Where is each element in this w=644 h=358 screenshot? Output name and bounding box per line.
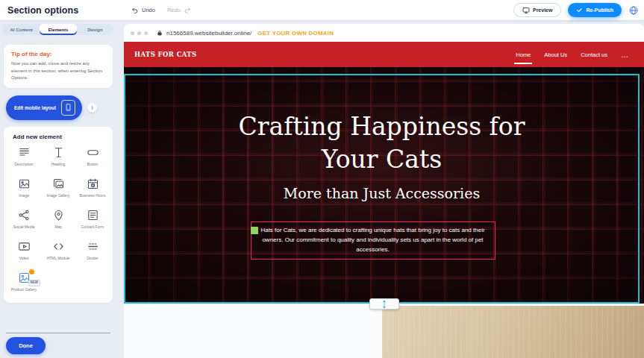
tab-ai-content[interactable]: AI Content <box>3 24 40 35</box>
video-icon <box>17 240 31 254</box>
redo-icon <box>184 7 191 14</box>
add-element-button[interactable]: Button <box>75 146 110 172</box>
window-dot <box>144 31 148 35</box>
add-element-image[interactable]: Image <box>7 178 41 203</box>
resize-arrows-icon <box>381 300 388 309</box>
redo-button[interactable]: Redo <box>167 7 191 14</box>
tip-title: Tip of the day: <box>11 51 105 57</box>
nav-item-about-us[interactable]: About Us <box>544 51 567 58</box>
add-element-map[interactable]: Map <box>41 209 75 234</box>
info-icon[interactable]: i <box>87 103 97 113</box>
social-media-icon <box>17 209 31 222</box>
site-nav: Home About Us Contact us … <box>516 51 629 59</box>
image-gallery-icon <box>51 178 65 191</box>
site-header[interactable]: HATS FOR CATS Home About Us Contact us … <box>124 42 644 67</box>
hero-paragraph-element[interactable]: Hats for Cats, we are dedicated to craft… <box>251 222 495 260</box>
element-label: Divider <box>87 256 99 261</box>
nav-item-home[interactable]: Home <box>516 51 531 58</box>
element-grid: Description Heading Button Image Image G… <box>7 146 110 297</box>
element-label: Image Gallery <box>46 193 69 198</box>
topbar: Section options Undo Redo Preview Re-Pub… <box>0 0 644 20</box>
html-module-icon <box>51 240 65 254</box>
tip-body: Now you can add, move and resize any ele… <box>11 60 105 82</box>
add-element-html-module[interactable]: HTML Module <box>41 240 75 266</box>
add-element-panel: Add new element Description Heading Butt… <box>4 127 113 303</box>
element-label: Product Gallery <box>11 287 37 292</box>
browser-bar: n1566589.websitebuilder.online/ GET YOUR… <box>124 24 644 42</box>
hero-section[interactable]: Crafting Happiness for Your Cats More th… <box>124 67 644 304</box>
element-label: Social Media <box>13 224 35 230</box>
element-label: HTML Module <box>46 256 69 261</box>
edit-mobile-row: Edit mobile layout i <box>6 95 116 120</box>
edit-mobile-label: Edit mobile layout <box>14 105 56 110</box>
nav-item-contact-us[interactable]: Contact us <box>581 51 607 58</box>
hero-subheading[interactable]: More than Just Accessories <box>124 185 640 201</box>
page-title: Section options <box>7 5 78 16</box>
nav-more-menu[interactable]: … <box>621 51 629 59</box>
element-label: Button <box>87 162 98 167</box>
section-photo <box>382 306 644 358</box>
add-element-description[interactable]: Description <box>7 146 41 172</box>
site-url: n1566589.websitebuilder.online/ <box>166 30 251 37</box>
window-dot <box>131 31 134 35</box>
topbar-actions: Preview Re-Publish <box>513 0 639 20</box>
new-badge-dot <box>29 269 34 274</box>
tip-card: Tip of the day: Now you can add, move an… <box>4 45 113 88</box>
preview-button[interactable]: Preview <box>513 3 561 17</box>
button-icon <box>86 146 99 160</box>
sidebar: AI Content Elements Design Tip of the da… <box>0 24 116 358</box>
add-element-social-media[interactable]: Social Media <box>7 209 41 234</box>
element-label: Image <box>19 193 29 198</box>
element-label: Contact Form <box>81 224 104 230</box>
site-logo[interactable]: HATS FOR CATS <box>134 51 197 58</box>
lock-icon <box>157 30 163 37</box>
hero-paragraph: Hats for Cats, we are dedicated to craft… <box>258 226 488 255</box>
business-hours-icon <box>86 178 99 191</box>
tab-design[interactable]: Design <box>77 24 113 35</box>
monitor-icon <box>522 7 530 14</box>
element-label: Heading <box>51 162 66 167</box>
add-element-business-hours[interactable]: Business Hours <box>75 178 110 203</box>
add-element-image-gallery[interactable]: Image Gallery <box>41 178 75 203</box>
undo-label: Undo <box>142 7 155 13</box>
preview-label: Preview <box>533 7 552 13</box>
redo-label: Redo <box>167 7 181 13</box>
product-gallery-icon: NEW <box>17 271 31 285</box>
section-resize-handle[interactable] <box>369 298 399 310</box>
edit-mobile-layout-button[interactable]: Edit mobile layout <box>6 95 82 120</box>
sidebar-tabs: AI Content Elements Design <box>3 24 113 35</box>
image-icon <box>17 178 31 191</box>
check-icon <box>576 7 583 13</box>
site-preview: HATS FOR CATS Home About Us Contact us …… <box>124 42 644 358</box>
map-pin-icon <box>51 209 65 222</box>
tab-elements[interactable]: Elements <box>40 24 76 35</box>
heading-icon <box>51 146 65 160</box>
contact-form-icon <box>86 209 99 222</box>
republish-button[interactable]: Re-Publish <box>568 3 622 17</box>
description-icon <box>17 146 31 160</box>
next-section[interactable] <box>124 304 644 358</box>
panel-title: Add new element <box>13 134 110 140</box>
republish-label: Re-Publish <box>586 7 613 13</box>
add-element-heading[interactable]: Heading <box>41 146 75 172</box>
element-label: Description <box>14 162 33 167</box>
sidebar-divider <box>6 333 110 333</box>
divider-icon <box>86 240 99 254</box>
done-button[interactable]: Done <box>6 337 46 354</box>
undo-icon <box>131 7 139 14</box>
globe-icon[interactable] <box>628 5 639 16</box>
element-label: Map <box>54 224 62 230</box>
add-element-product-gallery[interactable]: NEW Product Gallery <box>7 271 41 297</box>
undo-button[interactable]: Undo <box>131 7 155 14</box>
editor-canvas: n1566589.websitebuilder.online/ GET YOUR… <box>124 24 644 358</box>
hero-heading[interactable]: Crafting Happiness for Your Cats <box>124 110 640 175</box>
get-domain-link[interactable]: GET YOUR OWN DOMAIN <box>257 30 334 37</box>
element-label: Business Hours <box>79 193 105 198</box>
add-element-contact-form[interactable]: Contact Form <box>75 209 110 234</box>
add-element-video[interactable]: Video <box>7 240 41 266</box>
element-drag-handle[interactable] <box>251 227 258 234</box>
history-controls: Undo Redo <box>131 0 191 20</box>
phone-icon <box>61 100 75 116</box>
new-badge: NEW <box>28 280 41 286</box>
add-element-divider[interactable]: Divider <box>75 240 110 266</box>
